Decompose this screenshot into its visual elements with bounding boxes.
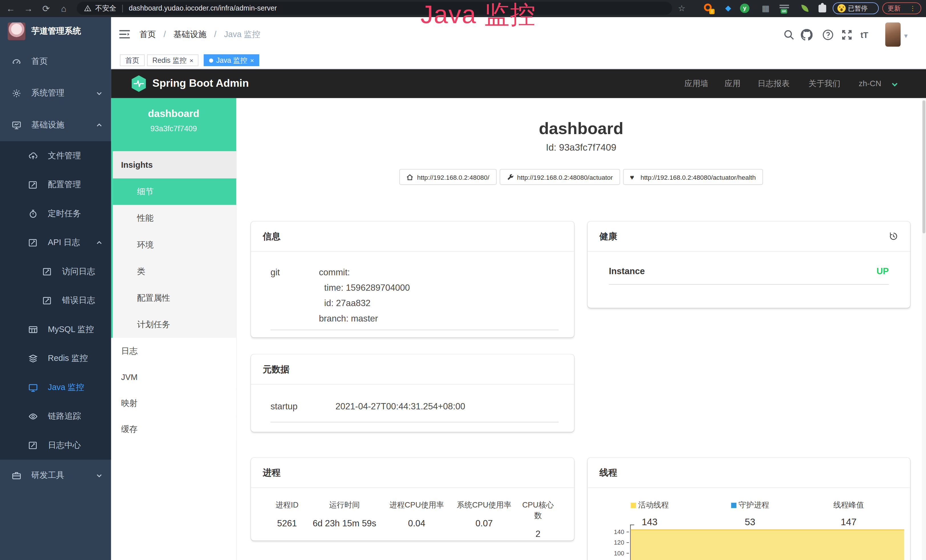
startup-row: startup 2021-04-27T00:44:31.254+08:00 [251,384,574,411]
user-menu-caret-icon[interactable]: ▼ [903,33,909,39]
sba-nav-about[interactable]: 关于我们 [808,69,840,98]
url-text: dashboard.yudao.iocoder.cn/infra/admin-s… [129,4,277,12]
help-icon[interactable] [822,29,834,41]
github-icon[interactable] [801,29,813,41]
sba-item-metrics[interactable]: 性能 [113,205,236,232]
sidebar-item-trace[interactable]: 链路追踪 [0,402,111,430]
breadcrumb-infra[interactable]: 基础设施 [173,30,206,39]
extension-orange-icon[interactable]: 1 [704,3,711,11]
chevron-down-icon [95,472,103,479]
process-card: 进程 进程ID5261 运行时间6d 23h 15m 59s 进程CPU使用率0… [251,458,574,540]
browser-forward-icon[interactable]: → [23,0,34,17]
tab-redis-monitor[interactable]: Redis 监控× [147,54,199,66]
sidebar-item-redis[interactable]: Redis 监控 [0,344,111,372]
health-url-button[interactable]: ♥ http://192.168.0.2:48080/actuator/heal… [623,169,763,185]
sidebar-item-java[interactable]: Java 监控 [0,373,111,402]
extension-grid-icon[interactable]: ▦ [762,3,769,13]
app-title: 芋道管理系统 [31,26,81,36]
row-divider [609,284,889,285]
sidebar-submenu-infra: 文件管理 配置管理 定时任务 API 日志 访问日志 错误日志 [0,141,111,460]
tab-home[interactable]: 首页 [120,54,145,66]
sidebar-item-dev-tools[interactable]: 研发工具 [0,460,111,492]
sba-nav-wallboard[interactable]: 应用墙 [684,69,708,98]
breadcrumb-home[interactable]: 首页 [139,30,156,39]
sidebar-item-log-center[interactable]: 日志中心 [0,431,111,460]
sba-nav-journal[interactable]: 日志报表 [758,69,790,98]
close-icon[interactable]: × [190,57,194,64]
browser-back-icon[interactable]: ← [5,0,17,17]
browser-menu-icon[interactable]: ⋮ [909,5,916,12]
sidebar-item-home[interactable]: 首页 [0,45,111,77]
close-icon[interactable]: × [250,57,254,64]
sba-locale-select[interactable]: zh-CN [859,69,881,98]
browser-home-icon[interactable]: ⌂ [58,0,70,17]
extension-tampermonkey-icon[interactable]: on [779,3,789,13]
sidebar-item-access-log[interactable]: 访问日志 [0,257,111,286]
font-size-icon[interactable]: tT [860,29,872,41]
chevron-up-icon [95,122,103,129]
sba-item-classes[interactable]: 类 [113,258,236,285]
fullscreen-icon[interactable] [841,29,853,41]
locale-caret-icon[interactable] [891,81,898,88]
sidebar-item-job[interactable]: 定时任务 [0,199,111,228]
process-card-title: 进程 [263,467,281,478]
git-label: git [270,265,319,326]
sba-item-caches[interactable]: 缓存 [111,416,236,442]
instance-header: dashboard 93a3fc7f7409 [111,98,236,151]
yellow-legend-swatch-icon [631,502,636,508]
sidebar-item-api-log[interactable]: API 日志 [0,228,111,257]
service-url-button[interactable]: http://192.168.0.2:48080/ [399,169,496,185]
user-avatar[interactable] [885,23,900,47]
sba-nav-applications[interactable]: 应用 [725,69,741,98]
eye-icon [28,412,38,421]
insights-group: Insights 细节 性能 环境 类 配置属性 计划任务 [111,151,236,338]
extension-badge: 1 [709,9,715,14]
gauge-icon [12,57,21,66]
sidebar-item-file[interactable]: 文件管理 [0,141,111,170]
sidebar-item-mysql[interactable]: MySQL 监控 [0,315,111,344]
sba-item-config-props[interactable]: 配置属性 [113,285,236,311]
paused-badge[interactable]: 已暂停 [833,2,879,14]
browser-reload-icon[interactable]: ⟳ [40,0,52,17]
process-col-uptime: 运行时间6d 23h 15m 59s [307,500,382,539]
sba-item-environment[interactable]: 环境 [113,232,236,258]
git-commit-line: commit: [319,265,410,280]
sidebar-item-config[interactable]: 配置管理 [0,170,111,199]
sidebar-item-infra[interactable]: 基础设施 [0,109,111,141]
table-icon [28,325,38,334]
blue-legend-swatch-icon [731,502,736,508]
info-card: 信息 git commit: time: 1596289704000 id: 2… [251,222,574,338]
scrollbar-thumb[interactable] [923,100,925,233]
update-button[interactable]: 更新 ⋮ [882,2,921,14]
gear-icon [12,89,21,98]
timer-icon [28,209,38,218]
wrench-icon [507,173,514,180]
history-icon[interactable] [889,232,898,241]
bookmark-star-icon[interactable]: ☆ [678,3,685,14]
home-icon [406,173,413,180]
sba-item-logs[interactable]: 日志 [111,338,236,364]
legend-peak-threads: 线程峰值 147 [816,500,881,527]
sba-item-mappings[interactable]: 映射 [111,390,236,416]
sba-brand[interactable]: Spring Boot Admin [152,69,249,98]
extension-leaf-icon[interactable] [801,5,808,12]
instance-links: http://192.168.0.2:48080/ http://192.168… [236,169,926,185]
process-col-sys-cpu: 系统CPU使用率0.07 [451,500,517,539]
extensions-puzzle-icon[interactable] [819,5,826,12]
extension-pin-icon[interactable]: ◆ [725,3,731,12]
extension-y-icon[interactable]: y [740,3,749,13]
tab-java-monitor[interactable]: Java 监控× [204,54,259,66]
live-threads-area [631,529,904,560]
search-icon[interactable] [783,29,795,41]
hamburger-menu-icon[interactable] [119,30,130,39]
address-separator [123,5,123,12]
sidebar-item-system[interactable]: 系统管理 [0,77,111,109]
actuator-url-button[interactable]: http://192.168.0.2:48080/actuator [499,169,620,185]
surprised-emoji-icon [837,4,846,12]
sba-item-details[interactable]: 细节 [113,178,236,205]
sba-item-scheduled-tasks[interactable]: 计划任务 [113,311,236,338]
sba-item-jvm[interactable]: JVM [111,364,236,390]
address-bar[interactable]: 不安全 dashboard.yudao.iocoder.cn/infra/adm… [77,2,672,15]
sidebar-item-error-log[interactable]: 错误日志 [0,286,111,315]
app-logo-row: 芋道管理系统 [0,17,111,45]
